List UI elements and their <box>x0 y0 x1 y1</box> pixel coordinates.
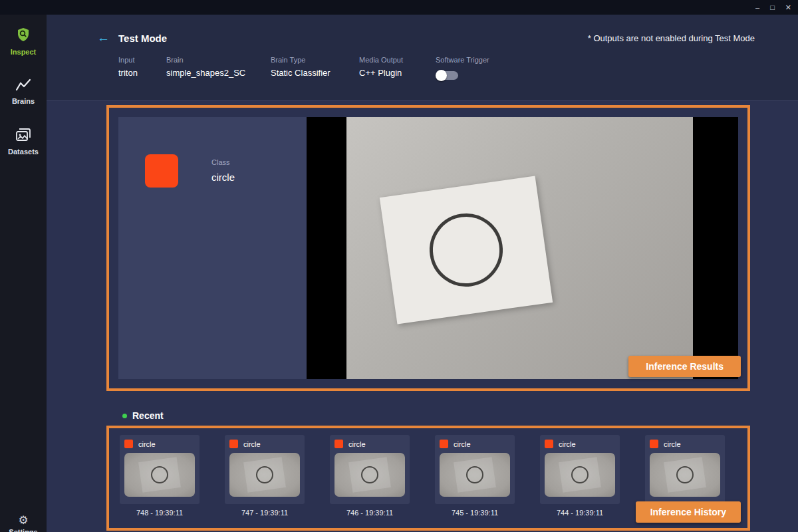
class-label: Class <box>211 158 235 166</box>
class-color-swatch <box>229 440 238 448</box>
circle-shape <box>151 466 168 483</box>
history-class-label: circle <box>348 440 366 448</box>
sidebar-item-label: Datasets <box>8 148 39 156</box>
history-class-label: circle <box>138 440 156 448</box>
class-color-swatch <box>124 440 133 448</box>
field-value: triton <box>118 68 166 78</box>
sidebar-item-label: Brains <box>12 97 35 105</box>
class-color-swatch <box>650 440 658 448</box>
circle-shape <box>676 466 694 483</box>
field-value: simple_shapes2_SC <box>166 68 271 78</box>
field-media-output: Media Output C++ Plugin <box>359 56 436 78</box>
history-thumbnail <box>650 453 720 497</box>
config-fields: Input triton Brain simple_shapes2_SC Bra… <box>118 56 489 80</box>
maximize-button[interactable]: □ <box>770 0 775 15</box>
history-item[interactable]: circle 745 - 19:39:11 <box>435 435 515 521</box>
history-class-label: circle <box>559 440 576 448</box>
history-item[interactable]: circle 746 - 19:39:11 <box>330 435 410 521</box>
inference-results-button[interactable]: Inference Results <box>628 356 741 377</box>
history-item[interactable]: circle 748 - 19:39:11 <box>120 435 200 521</box>
field-label: Brain Type <box>271 56 359 64</box>
window-controls: – □ ✕ <box>755 0 798 15</box>
sidebar-item-brains[interactable]: Brains <box>12 78 35 105</box>
history-class-label: circle <box>664 440 681 448</box>
classification-panel: Class circle <box>118 117 307 379</box>
sidebar-item-settings[interactable]: ⚙ Settings <box>0 515 47 532</box>
window-titlebar: – □ ✕ <box>0 0 798 15</box>
history-caption: 748 - 19:39:11 <box>120 509 200 517</box>
field-brain: Brain simple_shapes2_SC <box>166 56 271 78</box>
class-color-swatch <box>145 154 178 188</box>
live-status-dot-icon <box>122 414 127 418</box>
history-thumbnail <box>440 453 510 497</box>
test-mode-warning-note: * Outputs are not enabled during Test Mo… <box>588 33 755 43</box>
history-caption: 744 - 19:39:11 <box>540 509 620 517</box>
class-color-swatch <box>334 440 343 448</box>
close-button[interactable]: ✕ <box>785 0 791 15</box>
minimize-button[interactable]: – <box>755 0 759 15</box>
circle-shape <box>466 466 483 483</box>
sidebar-item-label: Settings <box>9 528 37 532</box>
paper-sheet <box>380 176 553 325</box>
software-trigger-label: Software Trigger <box>436 56 489 64</box>
page-title: Test Mode <box>118 33 167 44</box>
field-brain-type: Brain Type Static Classifier <box>271 56 359 78</box>
sidebar: Inspect Brains Datasets ⚙ Settings <box>0 0 47 532</box>
circle-shape <box>425 209 507 291</box>
history-thumbnail <box>545 453 615 497</box>
inspect-shield-magnifier-icon <box>15 27 31 45</box>
sidebar-item-label: Inspect <box>11 48 37 56</box>
software-trigger-toggle[interactable] <box>436 71 458 80</box>
class-color-swatch <box>545 440 553 448</box>
inference-results-panel: Class circle Inference Results <box>106 105 750 391</box>
camera-view <box>307 117 738 379</box>
software-trigger-field: Software Trigger <box>436 56 489 80</box>
back-arrow-icon[interactable]: ← <box>97 31 110 45</box>
history-caption: 747 - 19:39:11 <box>225 509 305 517</box>
camera-frame-image <box>346 117 693 379</box>
history-caption: 745 - 19:39:11 <box>435 509 515 517</box>
field-value: C++ Plugin <box>359 68 436 78</box>
image-stack-icon <box>15 128 31 145</box>
recent-title: Recent <box>132 410 164 421</box>
field-input: Input triton <box>118 56 166 78</box>
test-mode-header: ← Test Mode * Outputs are not enabled du… <box>47 15 798 101</box>
history-thumbnail <box>334 453 405 497</box>
inference-history-panel: circle 748 - 19:39:11 circle 747 - 19:39… <box>106 426 750 531</box>
field-value: Static Classifier <box>271 68 359 78</box>
field-label: Input <box>118 56 166 64</box>
circle-shape <box>571 466 589 483</box>
history-item[interactable]: circle 747 - 19:39:11 <box>225 435 305 521</box>
history-thumbnail <box>229 453 300 497</box>
recent-header: Recent <box>122 410 164 421</box>
circle-shape <box>256 466 273 483</box>
line-chart-icon <box>15 78 31 94</box>
class-color-swatch <box>440 440 448 448</box>
toggle-knob <box>436 70 447 81</box>
circle-shape <box>361 466 378 483</box>
history-caption: 746 - 19:39:11 <box>330 509 410 517</box>
history-class-label: circle <box>243 440 261 448</box>
sidebar-item-datasets[interactable]: Datasets <box>8 128 39 156</box>
class-value: circle <box>211 172 235 183</box>
sidebar-item-inspect[interactable]: Inspect <box>11 27 37 56</box>
history-thumbnail <box>124 453 195 497</box>
history-class-label: circle <box>454 440 471 448</box>
field-label: Brain <box>166 56 271 64</box>
field-label: Media Output <box>359 56 436 64</box>
history-item[interactable]: circle 744 - 19:39:11 <box>540 435 620 521</box>
gear-icon: ⚙ <box>18 515 28 527</box>
inference-history-button[interactable]: Inference History <box>636 501 741 523</box>
